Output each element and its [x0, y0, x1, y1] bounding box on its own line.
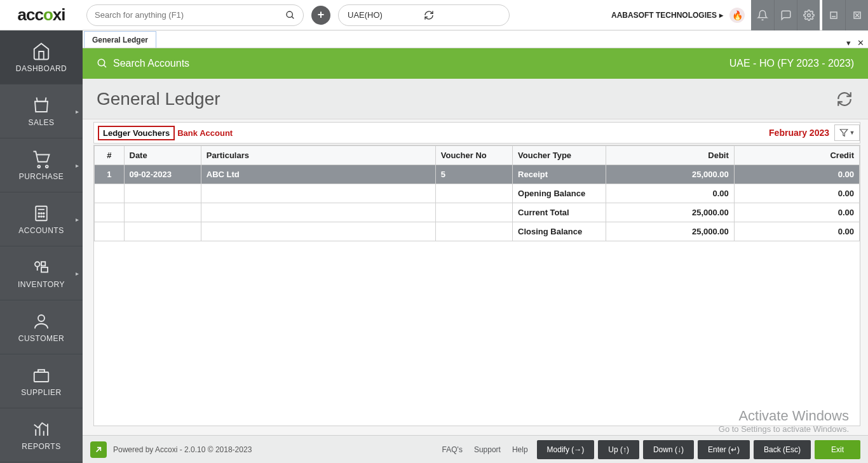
branch-selector[interactable]: UAE(HO)	[338, 4, 510, 26]
refresh-button[interactable]	[835, 90, 854, 109]
svg-point-14	[43, 213, 44, 214]
summary-debit: 0.00	[606, 184, 734, 203]
user-icon	[31, 311, 51, 332]
tab-menu-icon[interactable]: ▾	[846, 38, 851, 48]
tab-label: General Ledger	[92, 36, 148, 44]
summary-label: Closing Balance	[513, 222, 606, 241]
add-button[interactable]: +	[311, 6, 330, 25]
header-row: # Date Particulars Voucher No Voucher Ty…	[95, 146, 860, 165]
link-support[interactable]: Support	[474, 445, 501, 454]
sidebar: DASHBOARD SALES ▸ PURCHASE ▸ ACCOUNTS ▸ …	[0, 30, 83, 463]
home-icon	[31, 41, 51, 62]
gear-icon[interactable]	[797, 0, 820, 30]
cell-debit: 25,000.00	[606, 165, 734, 184]
link-faq[interactable]: FAQ's	[442, 445, 463, 454]
branch-label: UAE(HO)	[348, 10, 424, 20]
nav-label: REPORTS	[22, 442, 60, 451]
fire-icon: 🔥	[732, 10, 743, 20]
nav-label: CUSTOMER	[18, 334, 64, 343]
svg-point-0	[287, 11, 292, 17]
search-icon	[97, 58, 108, 69]
tab-general-ledger[interactable]: General Ledger	[84, 31, 156, 48]
svg-rect-19	[41, 267, 48, 272]
table-row[interactable]: 1 09-02-2023 ABC Ltd 5 Receipt 25,000.00…	[95, 165, 860, 184]
col-voucher-no[interactable]: Voucher No	[435, 146, 512, 165]
nav-customer[interactable]: CUSTOMER	[0, 300, 83, 354]
svg-rect-3	[831, 12, 837, 18]
footer-logo-icon	[90, 441, 107, 458]
up-button[interactable]: Up (↑)	[598, 440, 639, 459]
tabs-row: General Ledger ▾ ✕	[83, 30, 868, 48]
chevron-right-icon: ▸	[76, 162, 79, 169]
filter-row: Ledger Vouchers Bank Account February 20…	[93, 122, 860, 144]
svg-point-27	[98, 59, 105, 66]
back-button[interactable]: Back (Esc)	[754, 440, 811, 459]
chevron-right-icon: ▸	[76, 270, 79, 277]
logo-post: xi	[53, 5, 65, 25]
down-button[interactable]: Down (↓)	[643, 440, 694, 459]
svg-point-16	[41, 216, 42, 217]
nav-purchase[interactable]: PURCHASE ▸	[0, 138, 83, 192]
search-accounts[interactable]: Search Accounts	[97, 58, 189, 69]
nav-inventory[interactable]: INVENTORY ▸	[0, 246, 83, 300]
refresh-icon	[836, 91, 853, 107]
svg-rect-22	[34, 372, 49, 382]
col-voucher-type[interactable]: Voucher Type	[513, 146, 606, 165]
nav-label: DASHBOARD	[16, 64, 67, 73]
col-credit[interactable]: Credit	[734, 146, 859, 165]
nav-label: INVENTORY	[18, 280, 65, 289]
search-icon	[285, 10, 295, 20]
nav-accounts[interactable]: ACCOUNTS ▸	[0, 192, 83, 246]
page-title: General Ledger	[97, 89, 220, 109]
nav-dashboard[interactable]: DASHBOARD	[0, 30, 83, 84]
nav-sales[interactable]: SALES ▸	[0, 84, 83, 138]
modify-button[interactable]: Modify (→)	[537, 440, 595, 459]
cart-icon	[31, 149, 51, 170]
tab-close-icon[interactable]: ✕	[857, 38, 864, 48]
col-index[interactable]: #	[95, 146, 125, 165]
svg-point-9	[46, 165, 48, 168]
filter-button[interactable]: ▼	[834, 124, 860, 141]
minimize-button[interactable]	[822, 0, 845, 30]
enter-button[interactable]: Enter (↵)	[698, 440, 750, 459]
chat-icon[interactable]	[774, 0, 797, 30]
cell-voucher-no: 5	[435, 165, 512, 184]
ledger-table: # Date Particulars Voucher No Voucher Ty…	[93, 145, 860, 426]
system-icons	[751, 0, 820, 30]
inventory-icon	[31, 257, 51, 278]
svg-point-8	[37, 165, 40, 168]
summary-label: Current Total	[513, 203, 606, 222]
col-particulars[interactable]: Particulars	[201, 146, 435, 165]
close-button[interactable]	[845, 0, 868, 30]
fy-label: UAE - HO (FY 2023 - 2023)	[729, 58, 854, 69]
global-search[interactable]	[86, 4, 304, 26]
summary-row: Closing Balance 25,000.00 0.00	[95, 222, 860, 241]
nav-reports[interactable]: REPORTS	[0, 408, 83, 462]
nav-label: ACCOUNTS	[18, 226, 64, 235]
chevron-down-icon: ▼	[850, 130, 855, 136]
link-help[interactable]: Help	[512, 445, 528, 454]
grid: # Date Particulars Voucher No Voucher Ty…	[94, 145, 860, 241]
summary-credit: 0.00	[734, 222, 859, 241]
logo: accoxi	[0, 5, 83, 25]
notification-badge[interactable]: 🔥	[729, 8, 745, 23]
bell-icon[interactable]	[751, 0, 774, 30]
window-controls	[822, 0, 868, 30]
nav-supplier[interactable]: SUPPLIER	[0, 354, 83, 408]
chart-icon	[31, 419, 51, 440]
col-date[interactable]: Date	[124, 146, 201, 165]
green-bar: Search Accounts UAE - HO (FY 2023 - 2023…	[83, 48, 868, 79]
exit-button[interactable]: Exit	[815, 440, 860, 459]
topbar-right: AABASOFT TECHNOLOGIES ▸ 🔥	[611, 0, 868, 30]
search-accounts-label: Search Accounts	[113, 58, 189, 69]
svg-point-2	[807, 14, 810, 17]
summary-debit: 25,000.00	[606, 203, 734, 222]
company-menu[interactable]: AABASOFT TECHNOLOGIES ▸	[611, 11, 723, 20]
svg-rect-20	[41, 262, 45, 265]
nav-label: SUPPLIER	[21, 388, 61, 397]
topbar: accoxi + UAE(HO) AABASOFT TECHNOLOGIES ▸…	[0, 0, 868, 30]
briefcase-icon	[31, 365, 51, 386]
col-debit[interactable]: Debit	[606, 146, 734, 165]
cell-voucher-type: Receipt	[513, 165, 606, 184]
search-input[interactable]	[95, 10, 285, 20]
